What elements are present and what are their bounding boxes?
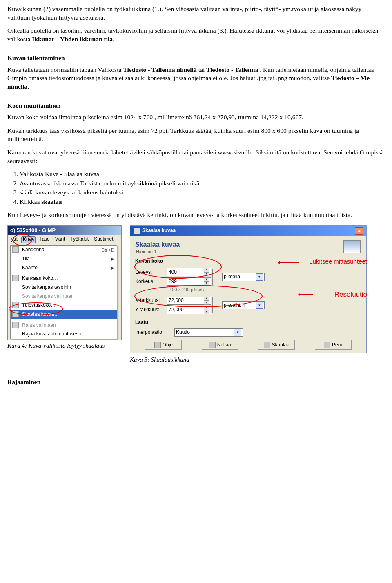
label-kahdenna: Kahdenna [22,247,45,253]
help-icon [154,342,161,348]
dialog-title: Skaalaa kuvaa [142,228,176,234]
interpolation-combo[interactable]: Kuutio ▾ [174,328,243,337]
menu-item-tulostuskoko[interactable]: Tulostuskoko… [11,301,117,310]
input-ytarkkuus[interactable]: 72,000 ▴▾ [167,306,211,314]
dialog-body: Skaalaa kuvaa Nimetön-1 Kuvan koko Levey… [130,236,366,340]
steps-list: Valikosta Kuva - Slaalaa kuvaa Avautuvas… [7,170,385,206]
section-koon-muuttaminen: Koon muuttaminen [7,102,385,110]
label-ohje: Ohje [163,342,173,348]
image-thumbnail [343,240,361,253]
unit-res-value: pikseliä/in [224,302,245,309]
dialog-subtitle: Nimetön-1 [136,249,361,255]
submenu-arrow-icon: ▶ [111,265,114,270]
gimp-app-icon [134,228,140,234]
submenu-arrow-icon: ▶ [111,256,114,261]
input-xtarkkuus[interactable]: 72,000 ▴▾ [167,297,211,305]
step-4: Klikkaa skaalaa [20,198,385,206]
label-korkeus: Korkeus: [135,279,165,285]
reset-button[interactable]: Nollaa [202,340,238,350]
label-rajaa1: Rajaa valintaan [22,322,56,329]
label-tila: Tila [22,256,30,262]
print-size-icon [12,302,19,308]
close-button[interactable]: ✕ [355,227,363,235]
figure-row: o) 535x400 - GIMP ytä Kuva Taso Värit Ty… [7,225,385,364]
annotation-text-lock: Lukitsee mittasuhteet [309,257,367,266]
value-leveys: 400 [169,269,177,276]
input-leveys[interactable]: 400 ▴▾ [167,268,211,276]
apply-icon [264,342,270,348]
menu-separator [12,273,115,273]
value-korkeus: 299 [169,279,177,285]
menu-suotimet[interactable]: Suotimet [92,236,115,243]
save-menu-2: Tiedosto - Tallenna [206,66,258,73]
duplicate-icon [12,246,19,253]
cancel-button[interactable]: Peru [315,340,352,350]
dialog-titlebar[interactable]: Skaalaa kuvaa ✕ [130,226,366,236]
row-korkeus: Korkeus: 299 ▴▾ [135,277,211,286]
menu-tyokalut[interactable]: Työkalut [69,236,90,243]
menu-separator [12,320,115,320]
menu-item-sovita-valintaan: Sovita kangas valintaan [11,292,117,301]
kuva-dropdown[interactable]: Kahdenna Ctrl+D Tila ▶ Kääntö ▶ Kankaan … [10,245,117,339]
menu-item-kaanto[interactable]: Kääntö ▶ [11,264,117,273]
spinner-icon[interactable]: ▴▾ [204,277,209,286]
chain-link-icon[interactable] [212,269,219,285]
figure-3-container: Skaalaa kuvaa ✕ Skaalaa kuvaa Nimetön-1 … [130,225,367,364]
cancel-icon [324,342,330,348]
menu-item-skaalaa-kuvaa[interactable]: Skaalaa kuvaa… [11,310,117,319]
row-xtarkkuus: X-tarkkuus: 72,000 ▴▾ [135,297,211,305]
size-summary: 400 × 299 pikseliä [169,287,361,293]
koko-para-2: Kuvan tarkkuus taas yksikössä pikseliä p… [7,127,385,143]
menu-item-kahdenna[interactable]: Kahdenna Ctrl+D [11,246,117,255]
label-nollaa: Nollaa [217,342,231,348]
section-tallentaminen: Kuvan tallentaminen [7,54,385,63]
menu-kuva[interactable]: Kuva [21,236,36,243]
help-button[interactable]: Ohje [145,340,182,350]
label-sovita2: Sovita kangas valintaan [22,293,74,300]
label-peru: Peru [332,342,342,348]
interp-value: Kuutio [176,329,190,336]
step-3: säädä kuvan leveys tai korkeus halutuksi [20,188,385,197]
menu-taso[interactable]: Taso [38,236,51,243]
unit-combo-size[interactable]: pikseliä ▾ [222,273,265,281]
menu-view[interactable]: ytä [9,236,19,243]
menu-varit[interactable]: Värit [53,236,67,243]
menu-item-sovita-tasoihin[interactable]: Sovita kangas tasoihin [11,283,117,292]
save-text-2: tai [198,66,207,73]
chevron-down-icon: ▾ [256,302,263,309]
menu-item-kankaan-koko[interactable]: Kankaan koko… [11,274,117,283]
dialog-heading: Skaalaa kuvaa [135,240,361,249]
chevron-down-icon: ▾ [234,329,241,336]
menu-item-tila[interactable]: Tila ▶ [11,255,117,264]
tallentaminen-para: Kuva talletetaan normaaliin tapaan Valik… [7,66,385,91]
step-4-text: Klikkaa [20,198,41,205]
gimp-window: o) 535x400 - GIMP ytä Kuva Taso Värit Ty… [7,225,122,340]
input-korkeus[interactable]: 299 ▴▾ [167,277,211,286]
value-ytark: 72,000 [169,307,184,313]
save-text-1: Kuva talletetaan normaaliin tapaan Valik… [7,66,123,73]
section-rajaaminen: Rajaaminen [7,378,385,386]
scale-dialog: Skaalaa kuvaa ✕ Skaalaa kuvaa Nimetön-1 … [130,225,367,353]
label-tulostus: Tulostuskoko… [22,302,56,309]
unit-combo-resolution[interactable]: pikseliä/in ▾ [222,301,265,309]
canvas-size-icon [12,275,19,281]
intro-para-2: Oikealla puolella on tasoihin, väreihin,… [7,27,385,43]
spinner-icon[interactable]: ▴▾ [204,306,209,314]
step-2: Avautuvassa ikkunassa Tarkista, onko mit… [20,179,385,188]
scale-button[interactable]: Skaalaa [258,340,295,350]
annotation-arrow-lock [279,262,299,263]
chain-link-icon[interactable] [212,297,219,313]
figure-4-container: o) 535x400 - GIMP ytä Kuva Taso Värit Ty… [7,225,122,350]
menu-item-rajaa-auto[interactable]: Rajaa kuva automaattisesti [11,330,117,339]
gimp-titlebar: o) 535x400 - GIMP [8,226,121,235]
label-sovita1: Sovita kangas tasoihin [22,284,71,291]
label-kaanto: Kääntö [22,265,38,271]
menu-item-rajaa-valintaan: Rajaa valintaan [11,321,117,330]
row-ytarkkuus: Y-tarkkuus: 72,000 ▴▾ [135,306,211,314]
row-leveys: Leveys: 400 ▴▾ [135,268,211,276]
spinner-icon[interactable]: ▴▾ [204,297,209,305]
section-laatu: Laatu [135,319,361,326]
spinner-icon[interactable]: ▴▾ [204,268,209,276]
figure-4-caption: Kuva 4: Kuva-valikosta löytyy skaalaus [7,342,122,350]
gimp-menubar[interactable]: ytä Kuva Taso Värit Työkalut Suotimet [8,235,121,245]
